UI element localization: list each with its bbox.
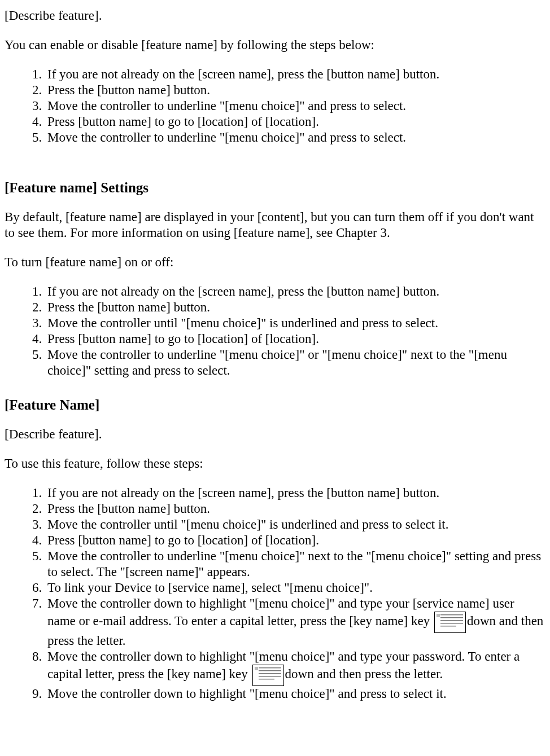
section3-describe: [Describe feature]. (5, 427, 545, 442)
step-item: Move the controller to underline "[menu … (45, 130, 545, 146)
section2-heading: [Feature name] Settings (5, 179, 545, 197)
step-item: Move the controller until "[menu choice]… (45, 517, 545, 533)
section2-steps: If you are not already on the [screen na… (5, 284, 545, 379)
key-image-icon (252, 665, 284, 686)
section2-intro1: By default, [feature name] are displayed… (5, 209, 545, 241)
step-item: Press [button name] to go to [location] … (45, 533, 545, 548)
step-item: Press the [button name] button. (45, 300, 545, 315)
step-item: Press the [button name] button. (45, 501, 545, 517)
step-item: Press [button name] to go to [location] … (45, 114, 545, 130)
step-item: Press [button name] to go to [location] … (45, 331, 545, 347)
section3-heading: [Feature Name] (5, 397, 545, 414)
section1-intro: You can enable or disable [feature name]… (5, 37, 545, 53)
step8-text-b: down and then press the letter. (285, 667, 443, 682)
key-image-icon (434, 612, 466, 633)
section3-intro: To use this feature, follow these steps: (5, 456, 545, 472)
step-item: If you are not already on the [screen na… (45, 67, 545, 82)
step-item: Move the controller down to highlight "[… (45, 649, 545, 686)
step-item: If you are not already on the [screen na… (45, 485, 545, 501)
feature-describe: [Describe feature]. (5, 8, 545, 24)
step-item: Move the controller down to highlight "[… (45, 596, 545, 649)
step-item: Move the controller down to highlight "[… (45, 686, 545, 702)
step-item: If you are not already on the [screen na… (45, 284, 545, 300)
step-item: Press the [button name] button. (45, 82, 545, 98)
step-item: Move the controller to underline "[menu … (45, 548, 545, 580)
section2-intro2: To turn [feature name] on or off: (5, 254, 545, 270)
step-item: Move the controller until "[menu choice]… (45, 315, 545, 331)
document-page: [Describe feature]. You can enable or di… (0, 0, 550, 730)
step-item: Move the controller to underline "[menu … (45, 98, 545, 114)
section1-steps: If you are not already on the [screen na… (5, 67, 545, 146)
section3-steps: If you are not already on the [screen na… (5, 485, 545, 702)
step-item: Move the controller to underline "[menu … (45, 347, 545, 379)
step-item: To link your Device to [service name], s… (45, 580, 545, 596)
